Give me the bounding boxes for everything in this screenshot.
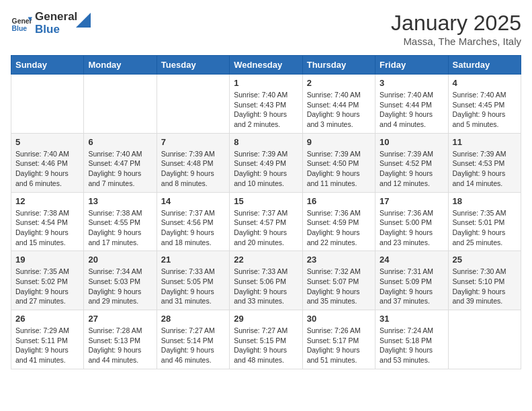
calendar-cell: 6Sunrise: 7:40 AM Sunset: 4:47 PM Daylig… (84, 133, 157, 192)
calendar-cell: 30Sunrise: 7:26 AM Sunset: 5:17 PM Dayli… (302, 310, 375, 369)
calendar-cell: 31Sunrise: 7:24 AM Sunset: 5:18 PM Dayli… (375, 310, 448, 369)
calendar-cell: 16Sunrise: 7:36 AM Sunset: 4:59 PM Dayli… (302, 192, 375, 251)
day-info: Sunrise: 7:40 AM Sunset: 4:44 PM Dayligh… (380, 90, 443, 130)
day-number: 5 (15, 137, 79, 147)
day-number: 27 (88, 314, 152, 324)
weekday-header-monday: Monday (84, 56, 157, 75)
day-number: 1 (234, 78, 298, 88)
day-info: Sunrise: 7:39 AM Sunset: 4:50 PM Dayligh… (307, 149, 371, 189)
day-info: Sunrise: 7:40 AM Sunset: 4:47 PM Dayligh… (88, 149, 152, 189)
calendar-cell: 13Sunrise: 7:38 AM Sunset: 4:55 PM Dayli… (84, 192, 157, 251)
logo: General Blue General Blue (11, 11, 91, 36)
day-number: 14 (161, 196, 225, 206)
calendar-cell: 19Sunrise: 7:35 AM Sunset: 5:02 PM Dayli… (11, 251, 84, 310)
weekday-header-wednesday: Wednesday (230, 56, 302, 75)
calendar-cell: 24Sunrise: 7:31 AM Sunset: 5:09 PM Dayli… (375, 251, 448, 310)
calendar-cell: 25Sunrise: 7:30 AM Sunset: 5:10 PM Dayli… (448, 251, 521, 310)
day-number: 31 (380, 314, 443, 324)
calendar-cell (84, 75, 157, 134)
day-info: Sunrise: 7:40 AM Sunset: 4:43 PM Dayligh… (234, 90, 298, 130)
day-info: Sunrise: 7:39 AM Sunset: 4:48 PM Dayligh… (161, 149, 225, 189)
calendar-cell: 15Sunrise: 7:37 AM Sunset: 4:57 PM Dayli… (230, 192, 302, 251)
day-number: 16 (307, 196, 371, 206)
day-number: 21 (161, 255, 225, 265)
day-number: 25 (453, 255, 517, 265)
day-number: 23 (307, 255, 371, 265)
logo-general-text: General (35, 11, 77, 24)
day-info: Sunrise: 7:37 AM Sunset: 4:57 PM Dayligh… (234, 208, 298, 248)
calendar-cell: 8Sunrise: 7:39 AM Sunset: 4:49 PM Daylig… (230, 133, 302, 192)
day-number: 26 (15, 314, 79, 324)
day-info: Sunrise: 7:35 AM Sunset: 5:01 PM Dayligh… (453, 208, 517, 248)
day-info: Sunrise: 7:38 AM Sunset: 4:55 PM Dayligh… (88, 208, 152, 248)
svg-text:Blue: Blue (12, 25, 28, 32)
day-number: 6 (88, 137, 152, 147)
calendar-cell: 28Sunrise: 7:27 AM Sunset: 5:14 PM Dayli… (157, 310, 229, 369)
day-number: 12 (15, 196, 79, 206)
calendar-title: January 2025 (391, 11, 521, 36)
page-header: General Blue General Blue January 2025 M… (11, 11, 521, 47)
weekday-header-thursday: Thursday (302, 56, 375, 75)
day-info: Sunrise: 7:27 AM Sunset: 5:14 PM Dayligh… (161, 326, 225, 365)
calendar-week-row: 12Sunrise: 7:38 AM Sunset: 4:54 PM Dayli… (11, 192, 521, 251)
calendar-cell: 29Sunrise: 7:27 AM Sunset: 5:15 PM Dayli… (230, 310, 302, 369)
calendar-cell: 1Sunrise: 7:40 AM Sunset: 4:43 PM Daylig… (230, 75, 302, 134)
day-info: Sunrise: 7:28 AM Sunset: 5:13 PM Dayligh… (88, 326, 152, 365)
calendar-table: SundayMondayTuesdayWednesdayThursdayFrid… (11, 55, 521, 369)
calendar-cell: 17Sunrise: 7:36 AM Sunset: 5:00 PM Dayli… (375, 192, 448, 251)
calendar-cell: 20Sunrise: 7:34 AM Sunset: 5:03 PM Dayli… (84, 251, 157, 310)
calendar-cell: 5Sunrise: 7:40 AM Sunset: 4:46 PM Daylig… (11, 133, 84, 192)
day-info: Sunrise: 7:33 AM Sunset: 5:05 PM Dayligh… (161, 267, 225, 306)
day-info: Sunrise: 7:30 AM Sunset: 5:10 PM Dayligh… (453, 267, 517, 306)
weekday-header-sunday: Sunday (11, 56, 84, 75)
calendar-week-row: 26Sunrise: 7:29 AM Sunset: 5:11 PM Dayli… (11, 310, 521, 369)
day-number: 20 (88, 255, 152, 265)
calendar-cell: 22Sunrise: 7:33 AM Sunset: 5:06 PM Dayli… (230, 251, 302, 310)
day-info: Sunrise: 7:39 AM Sunset: 4:52 PM Dayligh… (380, 149, 443, 189)
calendar-cell: 26Sunrise: 7:29 AM Sunset: 5:11 PM Dayli… (11, 310, 84, 369)
day-info: Sunrise: 7:36 AM Sunset: 4:59 PM Dayligh… (307, 208, 371, 248)
day-number: 28 (161, 314, 225, 324)
day-number: 30 (307, 314, 371, 324)
day-info: Sunrise: 7:26 AM Sunset: 5:17 PM Dayligh… (307, 326, 371, 365)
calendar-cell: 21Sunrise: 7:33 AM Sunset: 5:05 PM Dayli… (157, 251, 229, 310)
logo-blue-text: Blue (35, 24, 77, 36)
calendar-cell: 3Sunrise: 7:40 AM Sunset: 4:44 PM Daylig… (375, 75, 448, 134)
svg-marker-3 (76, 13, 91, 28)
day-number: 29 (234, 314, 298, 324)
day-info: Sunrise: 7:40 AM Sunset: 4:45 PM Dayligh… (453, 90, 517, 130)
day-info: Sunrise: 7:36 AM Sunset: 5:00 PM Dayligh… (380, 208, 443, 248)
weekday-header-saturday: Saturday (448, 56, 521, 75)
day-number: 15 (234, 196, 298, 206)
day-info: Sunrise: 7:35 AM Sunset: 5:02 PM Dayligh… (15, 267, 79, 306)
calendar-week-row: 5Sunrise: 7:40 AM Sunset: 4:46 PM Daylig… (11, 133, 521, 192)
day-info: Sunrise: 7:39 AM Sunset: 4:49 PM Dayligh… (234, 149, 298, 189)
day-number: 24 (380, 255, 443, 265)
day-number: 10 (380, 137, 443, 147)
title-block: January 2025 Massa, The Marches, Italy (391, 11, 521, 47)
day-info: Sunrise: 7:34 AM Sunset: 5:03 PM Dayligh… (88, 267, 152, 306)
day-number: 19 (15, 255, 79, 265)
day-info: Sunrise: 7:32 AM Sunset: 5:07 PM Dayligh… (307, 267, 371, 306)
day-number: 9 (307, 137, 371, 147)
day-number: 22 (234, 255, 298, 265)
day-info: Sunrise: 7:24 AM Sunset: 5:18 PM Dayligh… (380, 326, 443, 365)
calendar-cell: 18Sunrise: 7:35 AM Sunset: 5:01 PM Dayli… (448, 192, 521, 251)
day-info: Sunrise: 7:40 AM Sunset: 4:46 PM Dayligh… (15, 149, 79, 189)
calendar-cell: 10Sunrise: 7:39 AM Sunset: 4:52 PM Dayli… (375, 133, 448, 192)
calendar-cell (11, 75, 84, 134)
day-number: 2 (307, 78, 371, 88)
day-info: Sunrise: 7:37 AM Sunset: 4:56 PM Dayligh… (161, 208, 225, 248)
day-number: 11 (453, 137, 517, 147)
weekday-header-tuesday: Tuesday (157, 56, 229, 75)
day-number: 8 (234, 137, 298, 147)
day-number: 17 (380, 196, 443, 206)
day-number: 18 (453, 196, 517, 206)
day-number: 13 (88, 196, 152, 206)
weekday-header-row: SundayMondayTuesdayWednesdayThursdayFrid… (11, 56, 521, 75)
calendar-cell (448, 310, 521, 369)
calendar-cell: 23Sunrise: 7:32 AM Sunset: 5:07 PM Dayli… (302, 251, 375, 310)
day-info: Sunrise: 7:40 AM Sunset: 4:44 PM Dayligh… (307, 90, 371, 130)
logo-icon: General Blue (11, 13, 32, 34)
calendar-week-row: 1Sunrise: 7:40 AM Sunset: 4:43 PM Daylig… (11, 75, 521, 134)
